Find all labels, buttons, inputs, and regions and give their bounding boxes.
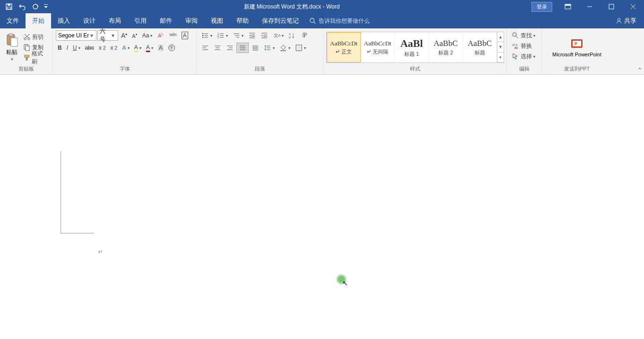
character-border-button[interactable]: A xyxy=(180,30,190,41)
find-button[interactable]: 查找▾ xyxy=(510,30,537,41)
style-heading2[interactable]: AaBbC标题 2 xyxy=(429,32,463,62)
redo-button[interactable] xyxy=(29,1,42,12)
maximize-button[interactable] xyxy=(600,0,622,13)
paste-button[interactable]: 粘贴 ▼ xyxy=(3,32,21,62)
change-case-button[interactable]: Aa▾ xyxy=(140,30,155,41)
sort-button[interactable]: AZ xyxy=(287,30,298,41)
svg-point-26 xyxy=(202,33,204,35)
strikethrough-button[interactable]: abc xyxy=(83,43,96,53)
align-right-button[interactable] xyxy=(224,43,235,53)
character-shading-button[interactable]: A xyxy=(156,43,165,53)
text-effects-button[interactable]: A▾ xyxy=(120,43,131,53)
clear-formatting-button[interactable]: A xyxy=(155,30,166,41)
svg-text:ac: ac xyxy=(514,46,518,49)
cut-button[interactable]: 剪切 xyxy=(21,32,50,42)
tab-file[interactable]: 文件 xyxy=(0,13,26,28)
tab-view[interactable]: 视图 xyxy=(204,13,230,28)
qat-customize[interactable] xyxy=(43,1,49,12)
svg-text:A: A xyxy=(289,33,291,36)
replace-button[interactable]: abac替换 xyxy=(510,41,534,51)
justify-button[interactable] xyxy=(236,43,249,53)
cursor-arrow-icon: ↖ xyxy=(342,279,348,287)
tab-mail[interactable]: 邮件 xyxy=(153,13,179,28)
format-painter-button[interactable]: 格式刷 xyxy=(21,53,50,63)
page[interactable]: ↵ ↖ xyxy=(0,75,629,339)
style-normal[interactable]: AaBbCcDt↵ 正文 xyxy=(327,32,361,62)
share-label: 共享 xyxy=(624,17,636,25)
shading-button[interactable]: ▾ xyxy=(278,43,292,53)
grow-font-button[interactable]: A▴ xyxy=(119,30,129,41)
group-editing-label: 编辑 xyxy=(507,64,541,74)
tab-insert[interactable]: 插入 xyxy=(51,13,77,28)
styles-gallery[interactable]: AaBbCcDt↵ 正文 AaBbCcDt↵ 无间隔 AaBl标题 1 AaBb… xyxy=(326,32,504,63)
distributed-button[interactable] xyxy=(250,43,261,53)
select-button[interactable]: 选择▾ xyxy=(510,51,537,62)
align-center-button[interactable] xyxy=(212,43,223,53)
superscript-button[interactable]: x2 xyxy=(109,43,120,53)
style-title[interactable]: AaBbC标题 xyxy=(463,32,497,62)
svg-point-11 xyxy=(310,18,314,23)
line-spacing-button[interactable]: ▾ xyxy=(262,43,277,53)
phonetic-guide-button[interactable]: wén xyxy=(167,30,178,41)
highlight-button[interactable]: A▾ xyxy=(132,43,143,53)
style-heading1[interactable]: AaBl标题 1 xyxy=(395,32,429,62)
inserted-shape[interactable] xyxy=(61,151,94,233)
ribbon-display-options[interactable] xyxy=(557,0,579,13)
chevron-down-icon[interactable]: ▾ xyxy=(111,32,116,39)
svg-point-30 xyxy=(202,37,204,38)
window-title: 新建 Microsoft Word 文档.docx - Word xyxy=(52,3,531,11)
tab-layout[interactable]: 布局 xyxy=(102,13,128,28)
save-button[interactable] xyxy=(3,1,15,12)
tab-review[interactable]: 审阅 xyxy=(179,13,204,28)
numbering-button[interactable]: 123▾ xyxy=(215,30,230,41)
tab-references[interactable]: 引用 xyxy=(128,13,153,28)
borders-button[interactable]: ▾ xyxy=(293,43,308,53)
chevron-down-icon[interactable]: ▾ xyxy=(89,32,94,39)
font-size-combo[interactable]: 六号▾ xyxy=(97,30,118,41)
svg-point-77 xyxy=(513,33,516,36)
svg-line-12 xyxy=(314,22,316,24)
tell-me-search[interactable]: 告诉我你想要做什么 xyxy=(309,13,370,28)
svg-rect-16 xyxy=(11,38,17,46)
svg-rect-22 xyxy=(26,46,29,51)
undo-button[interactable] xyxy=(16,1,28,12)
underline-button[interactable]: U▾ xyxy=(71,43,82,53)
bullets-button[interactable]: ▾ xyxy=(200,30,214,41)
decrease-indent-button[interactable] xyxy=(246,30,258,41)
close-button[interactable] xyxy=(622,0,644,13)
increase-indent-button[interactable] xyxy=(259,30,270,41)
subscript-button[interactable]: x2 xyxy=(97,43,108,53)
ppt-label: Microsoft PowerPoint xyxy=(552,52,601,57)
group-clipboard-label: 剪贴板 xyxy=(0,64,52,74)
italic-button[interactable]: I xyxy=(65,43,70,53)
gallery-up[interactable]: ▲ xyxy=(497,32,504,42)
enclose-characters-button[interactable]: 字 xyxy=(166,43,177,53)
shrink-font-button[interactable]: A▾ xyxy=(130,30,139,41)
svg-point-18 xyxy=(28,38,30,40)
asian-layout-button[interactable]: 文A▾ xyxy=(271,30,286,41)
chevron-down-icon: ▼ xyxy=(10,57,14,62)
minimize-button[interactable] xyxy=(579,0,600,13)
svg-point-17 xyxy=(24,38,26,40)
bold-button[interactable]: B xyxy=(56,43,64,53)
show-marks-button[interactable] xyxy=(299,30,310,41)
send-to-ppt-button[interactable]: P Microsoft PowerPoint xyxy=(549,36,604,58)
gallery-more[interactable]: ▾ xyxy=(497,53,504,62)
tab-help[interactable]: 帮助 xyxy=(230,13,255,28)
tab-home[interactable]: 开始 xyxy=(26,13,51,28)
style-nospacing[interactable]: AaBbCcDt↵ 无间隔 xyxy=(361,32,395,62)
align-left-button[interactable] xyxy=(200,43,211,53)
tab-cloud[interactable]: 保存到云笔记 xyxy=(255,13,305,28)
gallery-down[interactable]: ▼ xyxy=(497,42,504,52)
tab-design[interactable]: 设计 xyxy=(77,13,102,28)
document-area[interactable]: ↵ ↖ xyxy=(0,75,644,339)
share-button[interactable]: 共享 xyxy=(616,13,644,28)
svg-rect-8 xyxy=(609,4,614,9)
group-font-label: 字体 xyxy=(53,64,196,74)
svg-text:3: 3 xyxy=(218,36,219,39)
collapse-ribbon-button[interactable]: ⌃ xyxy=(637,67,642,73)
multilevel-list-button[interactable]: ▾ xyxy=(231,30,245,41)
font-color-button[interactable]: A▾ xyxy=(144,43,155,53)
login-button[interactable]: 登录 xyxy=(531,2,552,12)
font-name-combo[interactable]: Segoe UI Em▾ xyxy=(56,30,96,41)
